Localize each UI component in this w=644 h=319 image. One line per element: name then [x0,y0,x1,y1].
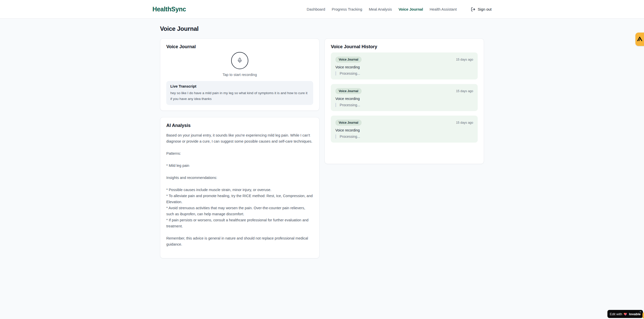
analysis-paragraph: Remember, this advice is general in natu… [166,235,313,247]
top-header: HealthSync Dashboard Progress Tracking M… [0,0,644,19]
ai-analysis-card: AI Analysis Based on your journal entry,… [160,117,319,258]
history-card-title: Voice Journal History [331,44,478,49]
nav-link[interactable]: Progress Tracking [332,7,362,11]
transcript-title: Live Transcript [170,84,309,88]
recorder-card-title: Voice Journal [166,44,313,49]
nav-link[interactable]: Dashboard [307,7,325,11]
history-entry[interactable]: Voice Journal 15 days ago Voice recordin… [331,52,478,79]
app-root: HealthSync Dashboard Progress Tracking M… [0,0,644,319]
main-nav: Dashboard Progress Tracking Meal Analysi… [307,7,457,11]
analysis-paragraph: Insights and recommendations: [166,175,313,181]
main-content: Voice Journal Voice Journal [160,19,484,258]
analysis-paragraph: Based on your journal entry, it sounds l… [166,132,313,144]
tap-to-record-hint: Tap to start recording [223,73,257,77]
analysis-body: Based on your journal entry, it sounds l… [166,132,313,247]
nav-link[interactable]: Meal Analysis [369,7,392,11]
entry-status-quote: Processing... [335,71,473,75]
sign-out-label: Sign out [478,7,492,11]
live-transcript-box: Live Transcript hey so like I do have a … [166,81,313,105]
history-entry[interactable]: Voice Journal 15 days ago Voice recordin… [331,116,478,143]
left-column: Voice Journal Tap to start rec [160,38,319,258]
brand-logo[interactable]: HealthSync [152,6,186,13]
analysis-paragraph: Patterns: [166,150,313,156]
heart-icon [624,312,627,316]
entry-timestamp: 15 days ago [456,121,473,124]
entry-title: Voice recording [335,128,473,132]
entry-timestamp: 15 days ago [456,58,473,61]
edit-with-label: Edit with [610,312,622,316]
corner-orange-badge[interactable] [642,312,644,318]
analysis-card-title: AI Analysis [166,123,313,128]
lovable-brand-label: lovable [629,312,640,316]
record-button[interactable] [231,52,248,69]
lovable-logo-icon [636,36,643,43]
entry-status-quote: Processing... [335,135,473,139]
entry-timestamp: 15 days ago [456,89,473,93]
history-entry[interactable]: Voice Journal 15 days ago Voice recordin… [331,84,478,111]
edit-with-lovable-badge[interactable]: Edit with lovable ✕ [607,310,643,318]
entry-type-badge: Voice Journal [335,120,362,126]
entry-type-badge: Voice Journal [335,57,362,63]
close-icon[interactable]: ✕ [639,310,641,313]
page-title: Voice Journal [160,25,484,32]
right-column: Voice Journal History Voice Journal 15 d… [325,38,484,164]
lovable-side-badge[interactable] [635,33,644,46]
analysis-paragraph: * Possible causes include muscle strain,… [166,187,313,229]
sign-out-icon [471,7,475,12]
transcript-text: hey so like I do have a mild pain in my … [170,90,309,102]
microphone-icon [237,58,243,64]
entry-title: Voice recording [335,97,473,101]
voice-journal-history-card: Voice Journal History Voice Journal 15 d… [325,38,484,164]
nav-link[interactable]: Voice Journal [398,7,423,11]
voice-recorder-card: Voice Journal Tap to start rec [160,38,319,111]
nav-link[interactable]: Health Assistant [430,7,457,11]
sign-out-button[interactable]: Sign out [471,7,492,12]
history-entries-list: Voice Journal 15 days ago Voice recordin… [331,52,478,143]
entry-type-badge: Voice Journal [335,88,362,94]
analysis-paragraph: * Mild leg pain [166,163,313,169]
entry-status-quote: Processing... [335,103,473,107]
entry-title: Voice recording [335,65,473,69]
